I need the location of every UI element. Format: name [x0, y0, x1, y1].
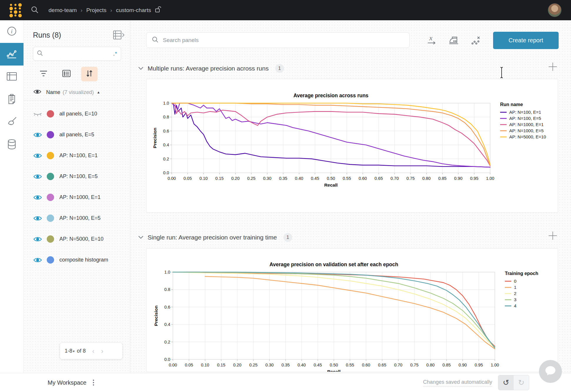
list-icon: [62, 70, 71, 78]
unlock-icon[interactable]: [155, 6, 161, 14]
regex-toggle[interactable]: .*: [113, 51, 117, 57]
svg-text:0.35: 0.35: [281, 363, 290, 367]
svg-text:0.10: 0.10: [199, 176, 208, 181]
visibility-on-icon[interactable]: [33, 132, 42, 138]
run-row[interactable]: all panels, E=5: [24, 124, 130, 145]
epoch-pr-chart[interactable]: 0.000.050.100.150.200.250.300.350.400.45…: [146, 249, 558, 372]
create-report-button[interactable]: Create report: [493, 32, 559, 49]
chevron-down-icon[interactable]: [138, 66, 143, 71]
run-name-label: AP: N=5000, E=10: [59, 236, 103, 242]
legend-entry: AP: N=100, E=1: [509, 110, 541, 115]
text-cursor: [499, 67, 504, 80]
svg-text:0.0: 0.0: [163, 170, 169, 175]
run-row[interactable]: AP: N=1000, E=1: [24, 187, 130, 208]
runs-sidebar: Runs (8) .* Name: [24, 20, 130, 373]
group-runs-button[interactable]: [58, 67, 75, 81]
breadcrumb-team[interactable]: demo-team: [49, 7, 77, 14]
rail-item-tables[interactable]: [0, 66, 24, 88]
run-color-dot: [47, 110, 54, 118]
add-panel-button[interactable]: [548, 62, 557, 73]
rail-item-charts[interactable]: [0, 43, 24, 66]
visibility-on-icon[interactable]: [33, 153, 42, 159]
run-row[interactable]: AP: N=100, E=5: [24, 166, 130, 187]
left-icon-rail: i: [0, 20, 24, 373]
workspace-name-label[interactable]: My Workspace: [48, 379, 86, 386]
visibility-on-icon[interactable]: [33, 174, 42, 180]
run-row[interactable]: AP: N=100, E=1: [24, 145, 130, 166]
run-row[interactable]: composite histogram: [24, 249, 130, 270]
svg-text:0.85: 0.85: [443, 363, 451, 367]
section-title[interactable]: Single run: Average precision over train…: [148, 234, 277, 241]
undo-button[interactable]: ↺: [498, 375, 514, 390]
breadcrumb-project-name[interactable]: custom-charts: [116, 7, 151, 14]
svg-text:0.95: 0.95: [470, 176, 478, 181]
chevron-down-icon[interactable]: [138, 235, 143, 240]
svg-text:0.25: 0.25: [249, 363, 258, 367]
wandb-logo[interactable]: [9, 3, 22, 17]
panel-count-badge: 1: [283, 233, 292, 242]
y-axis-label: Precision: [153, 306, 158, 326]
rail-item-artifacts[interactable]: [0, 133, 24, 156]
smoothing-iron-button[interactable]: [448, 36, 459, 45]
page-size-caret-icon[interactable]: ▾: [73, 349, 75, 353]
svg-text:0.40: 0.40: [295, 176, 303, 181]
expand-runs-table-button[interactable]: [113, 30, 125, 40]
chat-help-button[interactable]: [539, 360, 562, 383]
pr-curves-chart[interactable]: 0.000.050.100.150.200.250.300.350.400.45…: [146, 79, 558, 212]
svg-text:0.45: 0.45: [314, 363, 322, 367]
svg-text:0.45: 0.45: [311, 176, 319, 181]
run-row[interactable]: AP: N=5000, E=10: [24, 229, 130, 249]
visibility-off-icon[interactable]: [33, 111, 42, 117]
run-name-label: AP: N=1000, E=1: [59, 194, 101, 200]
outliers-button[interactable]: [470, 35, 481, 46]
user-avatar[interactable]: [548, 3, 562, 17]
legend-entry: AP: N=1000, E=5: [509, 128, 544, 133]
search-icon[interactable]: [30, 5, 39, 15]
svg-text:1.0: 1.0: [163, 101, 169, 105]
breadcrumb-projects[interactable]: Projects: [86, 7, 106, 14]
visibility-column-icon[interactable]: [33, 89, 41, 96]
visibility-on-icon[interactable]: [33, 236, 42, 242]
visualized-count-label: (7 visualized): [63, 89, 94, 96]
rail-item-sweeps[interactable]: [0, 111, 24, 133]
sort-arrows-icon: [86, 70, 93, 78]
svg-text:0.35: 0.35: [279, 176, 287, 181]
svg-text:0.50: 0.50: [330, 363, 338, 367]
workspace-menu-button[interactable]: [93, 380, 94, 386]
bottom-bar: My Workspace Changes saved automatically…: [0, 373, 571, 392]
svg-text:0.4: 0.4: [163, 143, 169, 147]
redo-button[interactable]: ↻: [514, 375, 529, 390]
visibility-on-icon[interactable]: [33, 215, 42, 221]
runs-column-header[interactable]: Name (7 visualized) ▲: [24, 89, 130, 100]
visibility-on-icon[interactable]: [33, 195, 42, 200]
chart-svg: 0.000.050.100.150.200.250.300.350.400.45…: [146, 79, 558, 212]
prev-page-button[interactable]: ‹: [92, 348, 95, 355]
next-page-button[interactable]: ›: [101, 348, 103, 355]
panel-search-input[interactable]: [163, 37, 404, 43]
legend-title: Run name: [500, 102, 523, 107]
rail-item-overview[interactable]: i: [0, 20, 24, 43]
page-range-label[interactable]: 1-8: [65, 348, 72, 354]
run-row[interactable]: AP: N=1000, E=5: [24, 208, 130, 229]
section-title[interactable]: Multiple runs: Average precision across …: [148, 65, 269, 72]
filter-runs-button[interactable]: [35, 67, 52, 81]
svg-text:0.8: 0.8: [164, 287, 170, 292]
sort-runs-button[interactable]: [81, 67, 98, 81]
visibility-on-icon[interactable]: [33, 257, 42, 263]
svg-text:0.80: 0.80: [422, 176, 430, 181]
run-row[interactable]: all panels, E=10: [24, 103, 130, 124]
x-axis-label: Recall: [327, 369, 341, 372]
chart-panel-single-run[interactable]: 0.000.050.100.150.200.250.300.350.400.45…: [146, 248, 558, 372]
chart-panel-multiple-runs[interactable]: 0.000.050.100.150.200.250.300.350.400.45…: [146, 79, 558, 213]
svg-text:x: x: [429, 35, 433, 42]
runs-search-box: .*: [33, 47, 121, 61]
x-axis-settings-button[interactable]: x: [427, 35, 437, 46]
panel-search-box: [146, 32, 410, 48]
run-name-label: AP: N=1000, E=5: [59, 215, 101, 221]
svg-text:0.25: 0.25: [247, 176, 256, 181]
sort-direction-icon[interactable]: ▲: [97, 90, 100, 94]
add-panel-button[interactable]: [548, 231, 557, 242]
runs-search-input[interactable]: [46, 51, 113, 57]
rail-item-notes[interactable]: [0, 88, 24, 111]
autosave-status-label[interactable]: Changes saved automatically: [423, 379, 492, 386]
